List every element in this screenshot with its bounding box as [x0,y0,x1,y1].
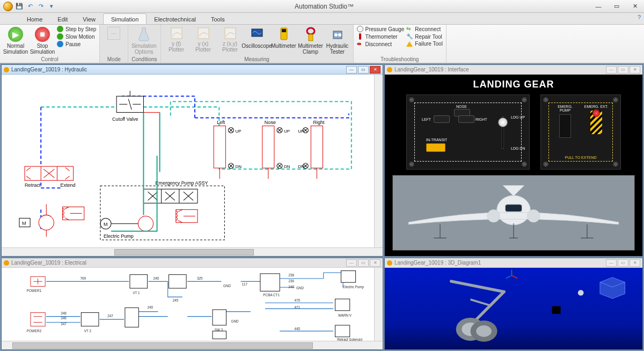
qat-dropdown-icon[interactable]: ▾ [47,2,56,11]
interface-canvas[interactable]: LANDING GEAR NOSE LEFT RIGHT IN-TRANSIT [385,75,642,256]
emerg-ext-handle[interactable] [590,111,602,134]
hydraulic-tester-button[interactable]: Hydraulic Tester [325,26,350,55]
qat-save-icon[interactable]: 💾 [15,2,24,11]
group-label-control: Control [3,56,96,63]
emerg-pump-switch[interactable] [559,114,571,138]
w347: 347 [61,322,67,326]
multimeter-clamp-button[interactable]: Multimeter Clamp [298,26,323,55]
scrollbar-vertical[interactable] [374,75,383,247]
svg-line-68 [475,292,504,321]
help-icon[interactable]: ? [638,14,641,20]
pane-min-button[interactable]: — [606,66,617,74]
pane-close-button[interactable]: ✕ [630,259,640,267]
up-label: UP [284,129,290,134]
electrical-canvas[interactable]: POWER1 POWER2 VT 2 VT 1 245 PCBA CT1 SW … [2,268,383,341]
step-by-step-button[interactable]: Step by Step [57,26,96,32]
intransit-label: IN-TRANSIT [426,138,447,142]
maximize-button[interactable]: ▭ [608,0,626,13]
pane-max-button[interactable]: ▭ [358,259,369,267]
disc-label: Disconnect [365,41,392,47]
slow-label: Slow Motion [65,34,94,40]
ldg-dn-label: LDG DN [511,147,525,150]
screw-icon [409,162,414,167]
repair-tool-button[interactable]: 🔧Repair Tool [406,33,443,40]
gnd-label: GND [296,286,304,290]
app-title: Automation Studio™ [59,3,589,10]
tab-tools[interactable]: Tools [203,14,232,24]
svg-rect-24 [311,126,323,168]
pane-close-button[interactable]: ✕ [370,259,380,267]
reconnect-button[interactable]: ⇆Reconnect [406,26,443,32]
pane-3d-titlebar[interactable]: LandingGear_10019 : 3D_Diagram1 — ▭ ✕ [385,258,642,268]
ribbon: ▶ Normal Simulation ■ Stop Simulation St… [0,25,644,63]
pane-interface-titlebar[interactable]: LandingGear_10019 : Interface — ▭ ✕ [385,65,642,75]
zxy-label: z (x,y) Plotter [218,41,243,53]
tab-electrotechnical[interactable]: Electrotechnical [147,14,203,24]
svg-rect-20 [262,126,274,168]
scrollbar-horizontal[interactable] [2,247,383,256]
gnd-label: GND [223,284,231,288]
hydraulic-canvas[interactable]: Cutoff Valve Retract Extend Left UP [2,75,383,247]
slow-motion-button[interactable]: Slow Motion [57,33,96,40]
thermometer-button[interactable]: Thermometer [357,33,405,40]
w240: 240 [289,285,295,289]
pane-min-button[interactable]: — [606,259,617,267]
minimize-button[interactable]: — [589,0,608,13]
pane-hydraulic-title: LandingGear_10019 : Hydraulic [11,67,87,72]
right-light [458,115,474,123]
pane-max-button[interactable]: ▭ [358,66,369,74]
cyl-nose-label: Nose [265,120,276,125]
pane-hydraulic-titlebar[interactable]: LandingGear_10019 : Hydraulic — ▭ ✕ [2,65,383,75]
clamp-icon [304,27,317,42]
w238: 238 [289,273,295,277]
svg-rect-1 [198,28,209,39]
w236: 236 [289,279,295,283]
titlebar: 💾 ↶ ↷ ▾ Automation Studio™ — ▭ ✕ ? [0,0,644,13]
document-icon [4,67,9,72]
right-label: RIGHT [475,118,487,121]
yt-label: y (t) Plotter [164,41,189,53]
scrollbar-vertical[interactable] [374,268,383,341]
3d-viewport[interactable] [385,268,642,349]
qat-undo-icon[interactable]: ↶ [26,2,34,11]
disconnect-button[interactable]: ⇹Disconnect [357,41,405,47]
aircraft-view [392,175,635,251]
close-button[interactable]: ✕ [626,0,644,13]
tab-edit[interactable]: Edit [50,14,75,24]
dn-label: DN [298,164,304,169]
pane-max-button[interactable]: ▭ [618,66,628,74]
tab-home[interactable]: Home [19,14,50,24]
pane-3d-title: LandingGear_10019 : 3D_Diagram1 [394,260,481,266]
intransit-light [426,143,445,152]
gear-indicator-panel: NOSE LEFT RIGHT IN-TRANSIT LDG UP LDG DN [406,94,530,170]
pane-min-button[interactable]: — [346,259,357,267]
pane-min-button[interactable]: — [346,66,357,74]
scrollbar-horizontal[interactable] [2,341,383,349]
group-label-measuring: Measuring [164,56,350,63]
stop-simulation-button[interactable]: ■ Stop Simulation [30,26,55,55]
normal-simulation-button[interactable]: ▶ Normal Simulation [3,26,28,55]
qat-redo-icon[interactable]: ↷ [36,2,45,11]
up-label: UP [236,129,241,134]
plotter-icon [224,27,237,40]
pane-close-button[interactable]: ✕ [370,66,380,74]
workspace: LandingGear_10019 : Hydraulic — ▭ ✕ Cuto… [0,63,644,351]
warning-icon [406,41,413,47]
oscilloscope-button[interactable]: Oscilloscope [245,26,269,49]
svg-line-63 [506,275,512,278]
tab-view[interactable]: View [75,14,103,24]
failure-tool-button[interactable]: Failure Tool [406,41,443,47]
w240: 240 [148,305,153,309]
pane-electrical: LandingGear_10019 : Electrical — ▭ ✕ [1,258,383,350]
pause-button[interactable]: Pause [57,41,96,47]
multimeter-button[interactable]: Multimeter [272,26,296,49]
nose-label: NOSE [456,105,467,108]
pane-electrical-titlebar[interactable]: LandingGear_10019 : Electrical — ▭ ✕ [2,258,383,268]
svg-rect-5 [282,29,286,32]
epump-label: Electric Pump [343,285,364,289]
pane-max-button[interactable]: ▭ [618,259,628,267]
tab-simulation[interactable]: Simulation [103,13,147,24]
gear-lever[interactable] [497,116,509,149]
pane-close-button[interactable]: ✕ [630,66,640,74]
pressure-gauge-button[interactable]: Pressure Gauge [357,26,405,32]
